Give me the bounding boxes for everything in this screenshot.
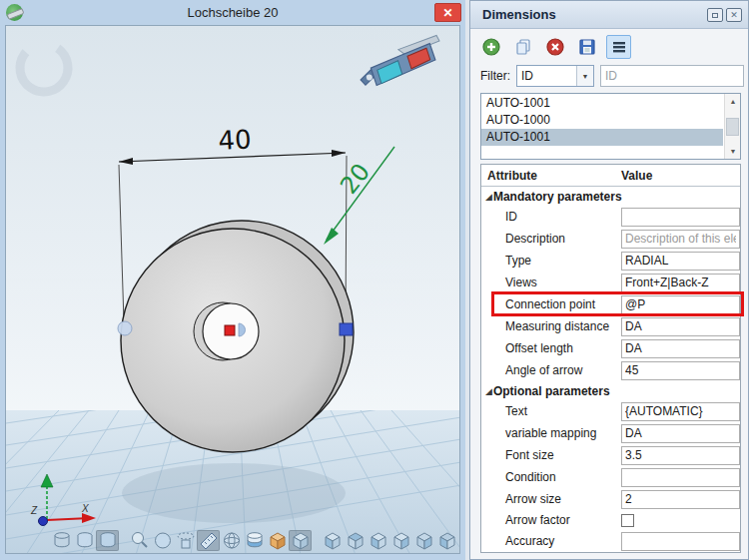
value-input[interactable]: [621, 208, 740, 227]
delete-button[interactable]: [542, 35, 567, 59]
cube-view-iso-icon[interactable]: [458, 530, 460, 551]
attribute-label: Views: [481, 276, 621, 289]
value-input[interactable]: [621, 532, 740, 551]
attribute-label: Accuracy: [481, 534, 621, 548]
menu-lines-icon: [610, 38, 628, 56]
expander-icon[interactable]: ◢: [485, 386, 492, 396]
cylinder-liquid-icon[interactable]: [243, 530, 266, 551]
cube-view-front-icon[interactable]: [321, 530, 344, 551]
3d-viewport[interactable]: 40 20: [5, 25, 460, 554]
attribute-label: Angle of arrow: [481, 363, 621, 377]
cube-view-back-icon[interactable]: [412, 530, 435, 551]
table-row: Connection point: [481, 293, 740, 315]
scroll-up-icon[interactable]: ▲: [725, 94, 741, 109]
panel-close-button[interactable]: ✕: [726, 8, 742, 22]
section-label: Mandatory parameters: [493, 190, 622, 204]
list-item[interactable]: AUTO-1001: [481, 129, 723, 146]
save-button[interactable]: [574, 35, 599, 59]
center-point-marker[interactable]: [225, 325, 235, 335]
value-input[interactable]: [621, 490, 740, 509]
attribute-label: Arrow size: [481, 492, 621, 506]
plus-green-icon: [481, 37, 501, 57]
cylinder-rotate-icon[interactable]: [174, 530, 197, 551]
attribute-label: Condition: [481, 470, 621, 484]
table-row: Accuracy: [481, 530, 740, 552]
sphere-mesh-icon[interactable]: [220, 530, 243, 551]
dimension-list[interactable]: AUTO-1001AUTO-1000AUTO-1001 ▲ ▼: [480, 93, 741, 160]
list-scrollbar[interactable]: ▲ ▼: [724, 94, 740, 159]
cad-window: Lochscheibe 20 ✕: [0, 0, 465, 560]
value-input[interactable]: [621, 274, 740, 292]
cube-view-bottom-icon[interactable]: [435, 530, 458, 551]
panel-title: Dimensions: [482, 7, 556, 22]
filter-row: Filter: ID ▼: [480, 65, 744, 87]
viewport-scene: 40 20: [6, 26, 460, 554]
table-row: Description: [481, 228, 740, 250]
attribute-table: Attribute Value ◢Mandatory parametersIDD…: [480, 164, 741, 553]
sphere-shaded-icon[interactable]: [151, 530, 174, 551]
cylinder-shaded-icon[interactable]: [73, 530, 96, 551]
restore-icon: [712, 13, 718, 18]
dimension-40-value: 40: [218, 124, 253, 156]
disc-reflection: [122, 463, 346, 523]
cylinder-wireframe-icon[interactable]: [50, 530, 73, 551]
cube-shaded-icon[interactable]: [289, 530, 312, 551]
value-input[interactable]: [621, 295, 740, 314]
value-input[interactable]: [621, 361, 740, 380]
menu-button[interactable]: [606, 35, 631, 59]
section-label: Optional parameters: [493, 384, 610, 398]
cube-view-top-icon[interactable]: [344, 530, 367, 551]
restore-button[interactable]: [707, 8, 723, 22]
attribute-label: Text: [481, 404, 621, 418]
value-input[interactable]: [621, 402, 740, 421]
copy-button[interactable]: [510, 35, 535, 59]
right-edge-point-marker[interactable]: [340, 323, 353, 335]
attribute-label: Arrow factor: [481, 513, 621, 527]
left-edge-point-marker[interactable]: [118, 321, 132, 335]
attribute-label: variable mapping: [481, 426, 621, 440]
value-input[interactable]: [621, 468, 740, 487]
scroll-thumb[interactable]: [726, 118, 739, 136]
value-input[interactable]: [621, 230, 740, 249]
cylinder-solid-icon[interactable]: [96, 530, 119, 551]
table-row: variable mapping: [481, 422, 740, 444]
add-button[interactable]: [478, 35, 503, 59]
panel-header[interactable]: Dimensions ✕: [470, 1, 748, 29]
scroll-down-icon[interactable]: ▼: [725, 144, 741, 159]
cube-view-right-icon[interactable]: [389, 530, 412, 551]
attribute-label: Font size: [481, 448, 621, 462]
measure-ruler-icon[interactable]: [197, 530, 220, 551]
expander-icon[interactable]: ◢: [485, 192, 492, 202]
save-floppy-icon: [577, 37, 597, 57]
value-input[interactable]: [621, 446, 740, 465]
checkbox[interactable]: [621, 514, 634, 527]
zoom-icon[interactable]: [128, 530, 151, 551]
box-orange-icon[interactable]: [266, 530, 289, 551]
filter-label: Filter:: [480, 69, 510, 83]
dimensions-panel: Dimensions ✕: [469, 0, 749, 560]
value-input[interactable]: [621, 424, 740, 443]
chevron-down-icon[interactable]: ▼: [576, 66, 593, 86]
table-row: Condition: [481, 466, 740, 488]
table-row: Views: [481, 272, 740, 293]
table-row: ◢Optional parameters: [481, 381, 740, 400]
attribute-label: Measuring distance: [481, 319, 621, 333]
attribute-table-header: Attribute Value: [481, 165, 740, 187]
cube-view-left-icon[interactable]: [367, 530, 389, 551]
attribute-label: Description: [481, 232, 621, 246]
delete-red-icon: [545, 37, 565, 57]
close-button[interactable]: ✕: [434, 3, 461, 22]
axis-x-label: X: [81, 503, 89, 514]
table-row: Angle of arrow: [481, 359, 740, 381]
attribute-label: Type: [481, 254, 621, 268]
list-item[interactable]: AUTO-1000: [481, 112, 723, 129]
panel-close-icon: ✕: [730, 10, 738, 20]
list-item[interactable]: AUTO-1001: [481, 95, 723, 112]
window-titlebar[interactable]: Lochscheibe 20 ✕: [0, 0, 465, 25]
value-input[interactable]: [621, 339, 740, 358]
filter-search-input[interactable]: [600, 65, 744, 87]
copy-pages-icon: [513, 37, 533, 57]
value-input[interactable]: [621, 317, 740, 336]
filter-dropdown[interactable]: ID ▼: [516, 65, 594, 87]
value-input[interactable]: [621, 252, 740, 271]
